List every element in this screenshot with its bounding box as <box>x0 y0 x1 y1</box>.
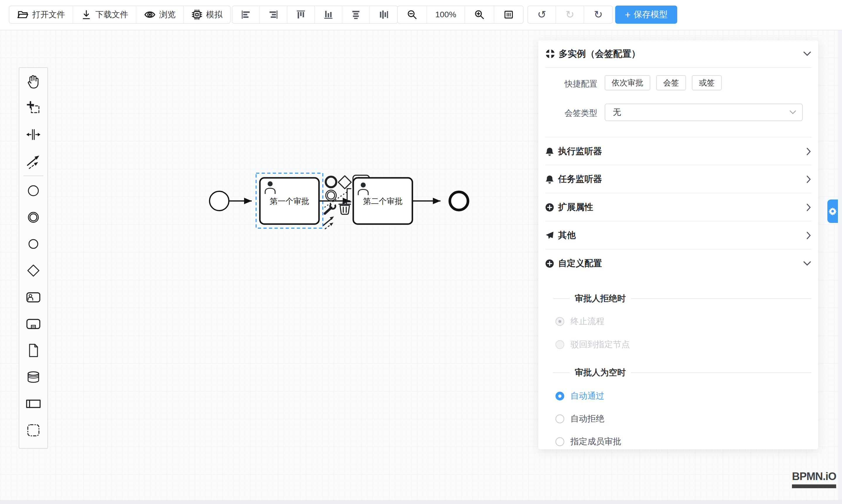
bpmn-io-watermark[interactable]: BPMN.iO <box>792 470 836 488</box>
reset-button[interactable]: ↻ <box>584 6 612 23</box>
trash-icon[interactable] <box>339 202 351 214</box>
append-intermediate-event-icon[interactable] <box>326 190 336 201</box>
align-left-button[interactable] <box>232 6 260 23</box>
redo-button[interactable]: ↻ <box>556 6 584 23</box>
user-task-icon <box>25 289 41 305</box>
save-model-button[interactable]: + 保存模型 <box>615 5 677 24</box>
button-label: 模拟 <box>206 9 223 20</box>
participant-icon <box>25 395 41 412</box>
tool-palette <box>19 67 48 449</box>
zoom-out-button[interactable] <box>398 6 427 23</box>
undo-button[interactable]: ↺ <box>528 6 556 23</box>
section-custom-config[interactable]: 自定义配置 <box>545 249 811 277</box>
redo-icon: ↻ <box>565 10 574 20</box>
align-bottom-button[interactable] <box>315 6 343 23</box>
section-execution-listener[interactable]: 执行监听器 <box>545 137 811 165</box>
simulate-button[interactable]: 模拟 <box>184 6 230 23</box>
section-other[interactable]: 其他 <box>545 221 811 249</box>
align-left-icon <box>241 10 251 20</box>
palette-gateway[interactable] <box>19 257 48 284</box>
bell-icon <box>545 147 554 156</box>
palette-participant[interactable] <box>19 390 48 417</box>
palette-data-store[interactable] <box>19 364 48 390</box>
palette-intermediate-event[interactable] <box>19 204 48 231</box>
palette-user-task[interactable] <box>19 284 48 310</box>
quick-option-sequential[interactable]: 依次审批 <box>604 75 650 90</box>
end-event[interactable] <box>450 192 468 210</box>
top-toolbar: 打开文件 下载文件 浏览 模拟 <box>0 0 842 31</box>
radio-unselected-icon <box>555 414 564 424</box>
append-gateway-icon[interactable] <box>338 176 351 189</box>
palette-global-connect-tool[interactable] <box>19 148 48 174</box>
hand-icon <box>25 73 41 90</box>
button-label: 下载文件 <box>95 9 128 20</box>
eye-icon <box>144 9 156 20</box>
quick-option-orsign[interactable]: 或签 <box>692 75 722 90</box>
open-file-button[interactable]: 打开文件 <box>10 6 73 23</box>
align-center-vertical-icon <box>379 10 389 20</box>
align-right-icon <box>268 10 279 20</box>
align-center-vertical-button[interactable] <box>370 6 398 23</box>
section-task-listener[interactable]: 任务监听器 <box>545 165 811 193</box>
palette-group[interactable] <box>19 417 48 444</box>
align-top-icon <box>296 10 306 20</box>
wrench-icon[interactable] <box>325 202 337 214</box>
radio-auto-reject[interactable]: 自动拒绝 <box>555 413 604 425</box>
bpmn-editor-app: 第一个审批 <box>0 0 842 504</box>
zoom-in-button[interactable] <box>465 6 494 23</box>
gear-icon <box>828 207 837 216</box>
radio-selected-icon <box>555 391 564 401</box>
radio-assign-member[interactable]: 指定成员审批 <box>555 436 621 448</box>
data-object-icon <box>25 342 41 359</box>
connect-tool-icon[interactable] <box>323 216 334 229</box>
chevron-down-icon[interactable] <box>803 51 811 56</box>
plus-circle-icon <box>545 203 554 212</box>
append-text-annotation-icon[interactable] <box>347 189 351 202</box>
task-label: 第二个审批 <box>363 197 403 205</box>
undo-icon: ↺ <box>537 10 546 20</box>
vertical-scrollbar[interactable] <box>838 30 842 500</box>
bell-icon <box>545 175 554 184</box>
palette-subprocess[interactable] <box>19 310 48 337</box>
start-event[interactable] <box>210 191 229 211</box>
task-label: 第一个审批 <box>270 197 309 205</box>
settings-tab[interactable] <box>827 199 838 223</box>
data-store-icon <box>25 369 41 385</box>
download-icon <box>81 9 92 20</box>
horizontal-scrollbar[interactable] <box>0 500 842 504</box>
history-button-group: ↺ ↻ ↻ <box>527 5 613 24</box>
fit-viewport-button[interactable] <box>494 6 523 23</box>
sign-type-select[interactable]: 无 <box>604 104 803 121</box>
reject-subheader: 审批人拒绝时 <box>545 293 811 305</box>
space-tool-icon <box>25 126 41 143</box>
sign-type-value: 无 <box>613 107 621 118</box>
download-file-button[interactable]: 下载文件 <box>73 6 136 23</box>
palette-space-tool[interactable] <box>19 121 48 148</box>
align-right-button[interactable] <box>260 6 287 23</box>
append-end-event-icon[interactable] <box>326 177 336 187</box>
palette-start-event[interactable] <box>19 177 48 204</box>
radio-unselected-disabled-icon <box>555 340 564 349</box>
radio-auto-pass[interactable]: 自动通过 <box>555 390 604 402</box>
button-label: 浏览 <box>159 9 176 20</box>
end-event-icon <box>25 236 41 252</box>
palette-lasso-tool[interactable] <box>19 94 48 121</box>
palette-hand-tool[interactable] <box>19 68 48 94</box>
panel-header[interactable]: 多实例（会签配置） <box>545 40 811 68</box>
zoom-level-value: 100% <box>427 6 465 23</box>
section-extended-properties[interactable]: 扩展属性 <box>545 193 811 221</box>
intermediate-event-icon <box>25 209 41 226</box>
preview-button[interactable]: 浏览 <box>136 6 184 23</box>
quick-option-countersign[interactable]: 会签 <box>656 75 686 90</box>
zoom-in-icon <box>474 9 485 20</box>
radio-terminate-process[interactable]: 终止流程 <box>555 316 604 327</box>
align-top-button[interactable] <box>287 6 315 23</box>
radio-return-to-node[interactable]: 驳回到指定节点 <box>555 339 630 350</box>
palette-end-event[interactable] <box>19 231 48 257</box>
task-second-approval[interactable]: 第二个审批 <box>353 178 413 224</box>
task-first-approval[interactable]: 第一个审批 <box>260 178 319 224</box>
zoom-button-group: 100% <box>397 5 524 24</box>
palette-data-object[interactable] <box>19 337 48 364</box>
panel-title: 多实例（会签配置） <box>559 48 641 60</box>
align-center-horizontal-button[interactable] <box>343 6 370 23</box>
